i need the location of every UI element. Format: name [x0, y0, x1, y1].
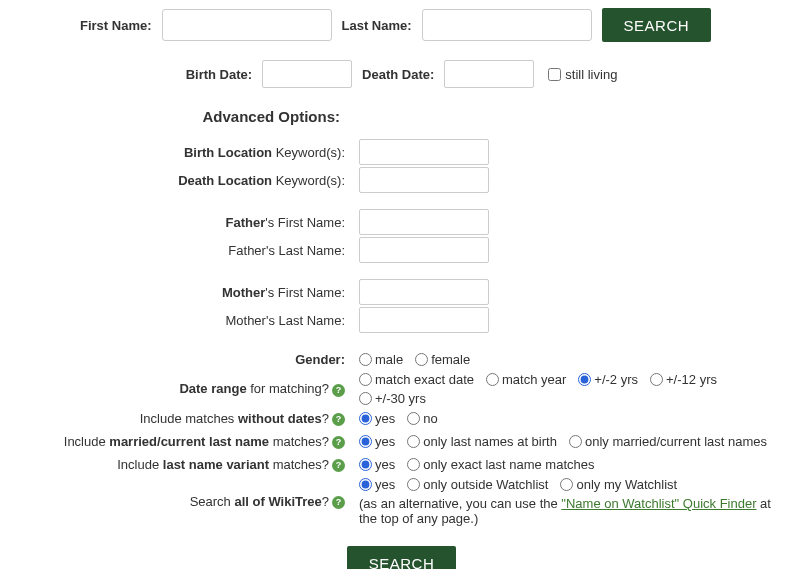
death-date-label: Death Date:: [362, 67, 434, 82]
date-range-2yrs[interactable]: +/-2 yrs: [578, 372, 638, 387]
gender-male-option[interactable]: male: [359, 352, 403, 367]
date-range-30yrs[interactable]: +/-30 yrs: [359, 391, 426, 406]
death-date-input[interactable]: [444, 60, 534, 88]
help-icon[interactable]: ?: [332, 413, 345, 426]
variant-label: Include last name variant matches??: [20, 454, 345, 475]
father-last-label: Father's Last Name:: [20, 240, 345, 261]
father-last-input[interactable]: [359, 237, 489, 263]
without-dates-label: Include matches without dates??: [20, 408, 345, 429]
birth-location-label: Birth Location Keyword(s):: [20, 142, 345, 163]
married-options: yes only last names at birth only marrie…: [359, 434, 783, 449]
last-name-input[interactable]: [422, 9, 592, 41]
advanced-options-heading: Advanced Options:: [20, 108, 340, 125]
advanced-options-form: Birth Location Keyword(s): Death Locatio…: [20, 139, 783, 569]
without-dates-options: yes no: [359, 411, 783, 426]
variant-options: yes only exact last name matches: [359, 457, 783, 472]
date-range-12yrs[interactable]: +/-12 yrs: [650, 372, 717, 387]
first-name-input[interactable]: [162, 9, 332, 41]
gender-label: Gender:: [20, 349, 345, 370]
scope-note: (as an alternative, you can use the "Nam…: [359, 496, 783, 526]
search-button-bottom[interactable]: SEARCH: [347, 546, 457, 569]
date-range-exact[interactable]: match exact date: [359, 372, 474, 387]
variant-exact[interactable]: only exact last name matches: [407, 457, 594, 472]
gender-male-radio[interactable]: [359, 353, 372, 366]
still-living-label: still living: [565, 67, 617, 82]
married-label: Include married/current last name matche…: [20, 431, 345, 452]
variant-yes[interactable]: yes: [359, 457, 395, 472]
scope-outside[interactable]: only outside Watchlist: [407, 477, 548, 492]
gender-female-radio[interactable]: [415, 353, 428, 366]
scope-label: Search all of WikiTree??: [20, 491, 345, 512]
date-range-options: match exact date match year +/-2 yrs +/-…: [359, 372, 783, 406]
help-icon[interactable]: ?: [332, 459, 345, 472]
help-icon[interactable]: ?: [332, 384, 345, 397]
still-living-checkbox[interactable]: [548, 68, 561, 81]
last-name-label: Last Name:: [342, 18, 412, 33]
mother-first-label: Mother's First Name:: [20, 282, 345, 303]
death-location-label: Death Location Keyword(s):: [20, 170, 345, 191]
mother-last-label: Mother's Last Name:: [20, 310, 345, 331]
scope-options: yes only outside Watchlist only my Watch…: [359, 477, 783, 526]
gender-female-option[interactable]: female: [415, 352, 470, 367]
gender-options: male female: [359, 352, 783, 367]
first-name-label: First Name:: [80, 18, 152, 33]
scope-yes[interactable]: yes: [359, 477, 395, 492]
father-first-input[interactable]: [359, 209, 489, 235]
mother-last-input[interactable]: [359, 307, 489, 333]
help-icon[interactable]: ?: [332, 496, 345, 509]
birth-location-input[interactable]: [359, 139, 489, 165]
watchlist-quick-finder-link[interactable]: "Name on Watchlist" Quick Finder: [561, 496, 756, 511]
death-location-input[interactable]: [359, 167, 489, 193]
married-yes[interactable]: yes: [359, 434, 395, 449]
search-button-top[interactable]: SEARCH: [602, 8, 712, 42]
name-search-inner: First Name: Last Name: SEARCH: [80, 8, 711, 42]
help-icon[interactable]: ?: [332, 436, 345, 449]
married-current[interactable]: only married/current last names: [569, 434, 767, 449]
mother-first-input[interactable]: [359, 279, 489, 305]
scope-only[interactable]: only my Watchlist: [560, 477, 677, 492]
married-birth[interactable]: only last names at birth: [407, 434, 557, 449]
name-search-row: First Name: Last Name: SEARCH: [20, 8, 783, 42]
without-dates-yes[interactable]: yes: [359, 411, 395, 426]
date-range-label: Date range for matching??: [20, 378, 345, 399]
bottom-button-row: SEARCH: [20, 546, 783, 569]
dates-row: Birth Date: Death Date: still living: [20, 60, 783, 88]
date-range-year[interactable]: match year: [486, 372, 566, 387]
father-first-label: Father's First Name:: [20, 212, 345, 233]
birth-date-input[interactable]: [262, 60, 352, 88]
still-living-wrap: still living: [548, 67, 617, 82]
birth-date-label: Birth Date:: [186, 67, 252, 82]
without-dates-no[interactable]: no: [407, 411, 437, 426]
